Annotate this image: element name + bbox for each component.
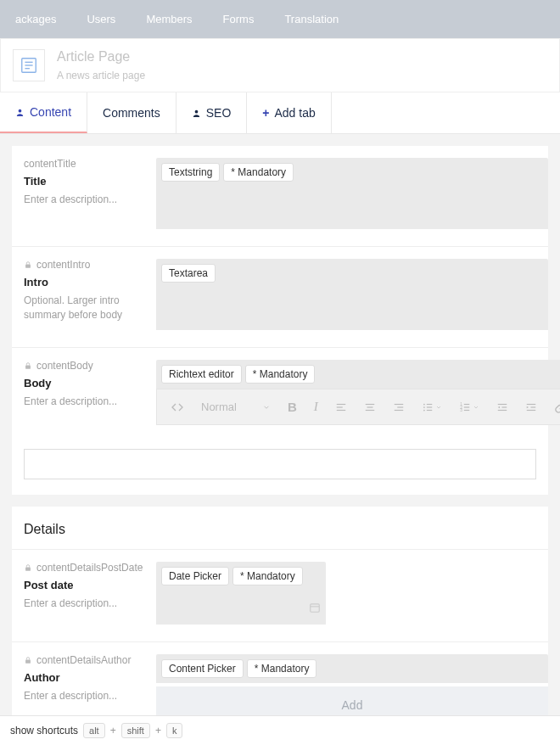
link-button[interactable]	[549, 397, 560, 417]
field-label[interactable]: Intro	[24, 276, 144, 288]
plus-sep: +	[155, 725, 161, 737]
details-panel: Details contentDetailsPostDate Post date…	[12, 507, 548, 745]
code-view-button[interactable]	[165, 397, 189, 417]
page-title[interactable]: Article Page	[57, 49, 145, 64]
calendar-icon[interactable]	[309, 602, 321, 613]
tab-content[interactable]: Content	[0, 92, 87, 133]
tabs: Content Comments SEO + Add tab	[0, 92, 560, 134]
lock-icon	[24, 361, 32, 370]
alias-text: contentBody	[36, 360, 93, 372]
field-desc[interactable]: Enter a description...	[24, 193, 144, 207]
tab-content-label: Content	[30, 105, 71, 119]
field-label[interactable]: Title	[24, 175, 144, 188]
align-left-button[interactable]	[330, 398, 352, 417]
svg-rect-7	[25, 366, 31, 369]
field-alias[interactable]: contentBody	[24, 360, 144, 372]
chevron-down-icon	[262, 403, 271, 412]
key-k: k	[166, 723, 183, 738]
svg-rect-35	[25, 568, 31, 571]
type-tag[interactable]: Date Picker	[161, 567, 229, 585]
doctype-icon	[13, 49, 45, 81]
plus-sep: +	[110, 725, 116, 737]
svg-point-5	[194, 109, 198, 113]
lock-icon	[24, 656, 32, 664]
title-input[interactable]	[156, 187, 548, 229]
mandatory-tag[interactable]: * Mandatory	[247, 659, 317, 678]
field-desc[interactable]: Enter a description...	[24, 689, 144, 703]
nav-forms[interactable]: Forms	[208, 13, 270, 25]
field-alias[interactable]: contentDetailsPostDate	[24, 562, 144, 574]
numbered-list-button[interactable]: 123	[454, 398, 484, 417]
nav-members[interactable]: Members	[131, 13, 207, 25]
svg-point-4	[19, 109, 22, 112]
nav-users[interactable]: Users	[71, 13, 131, 25]
svg-rect-38	[25, 660, 31, 664]
key-alt: alt	[83, 723, 105, 738]
field-label[interactable]: Post date	[24, 579, 144, 591]
svg-point-17	[423, 403, 425, 405]
italic-button[interactable]: I	[309, 396, 323, 417]
lock-icon	[24, 260, 32, 269]
section-details-title[interactable]: Details	[12, 507, 548, 550]
rte-toolbar: Normal B I 123	[156, 389, 560, 425]
alias-text: contentDetailsPostDate	[36, 562, 143, 574]
field-desc[interactable]: Enter a description...	[24, 597, 144, 611]
svg-rect-36	[311, 604, 320, 612]
tab-add-label: Add tab	[275, 106, 316, 120]
tab-seo[interactable]: SEO	[176, 92, 248, 133]
add-property-row	[24, 449, 536, 495]
field-type-row: Richtext editor * Mandatory	[156, 360, 560, 389]
field-postdate: contentDetailsPostDate Post date Enter a…	[12, 550, 548, 641]
tab-seo-label: SEO	[206, 106, 232, 120]
main-area: contentTitle Title Enter a description..…	[0, 134, 560, 745]
intro-input[interactable]	[156, 288, 548, 330]
type-tag[interactable]: Content Picker	[161, 659, 244, 678]
field-alias[interactable]: contentIntro	[24, 259, 144, 271]
align-right-button[interactable]	[388, 398, 410, 417]
bold-button[interactable]: B	[283, 396, 302, 417]
mandatory-tag[interactable]: * Mandatory	[223, 163, 294, 182]
field-type-row: Content Picker * Mandatory	[156, 654, 548, 683]
field-body: contentBody Body Enter a description... …	[12, 347, 548, 437]
top-nav: ackages Users Members Forms Translation	[0, 0, 560, 38]
indent-button[interactable]	[520, 398, 542, 417]
svg-rect-6	[25, 265, 31, 268]
type-tag[interactable]: Textarea	[161, 264, 216, 283]
format-select[interactable]: Normal	[196, 401, 276, 413]
permissions-icon	[15, 108, 25, 117]
nav-translation[interactable]: Translation	[269, 13, 354, 25]
field-title: contentTitle Title Enter a description..…	[12, 146, 548, 246]
type-tag[interactable]: Richtext editor	[161, 365, 242, 384]
field-type-row: Textarea	[156, 259, 548, 288]
outdent-button[interactable]	[491, 398, 513, 417]
field-intro: contentIntro Intro Optional. Larger intr…	[12, 246, 548, 347]
field-type-row: Date Picker * Mandatory	[156, 562, 326, 591]
tab-comments[interactable]: Comments	[87, 92, 176, 133]
field-alias[interactable]: contentTitle	[24, 158, 144, 170]
svg-text:3: 3	[460, 408, 462, 412]
type-tag[interactable]: Textstring	[161, 163, 220, 182]
align-center-button[interactable]	[359, 398, 381, 417]
page-header: Article Page A news article page	[0, 38, 560, 92]
nav-packages[interactable]: ackages	[0, 13, 71, 25]
mandatory-tag[interactable]: * Mandatory	[245, 365, 316, 384]
page-subtitle[interactable]: A news article page	[57, 70, 145, 81]
field-label[interactable]: Author	[24, 671, 144, 684]
tab-comments-label: Comments	[103, 106, 160, 120]
shortcut-label: show shortcuts	[10, 725, 78, 737]
plus-icon: +	[262, 106, 269, 120]
field-type-row: Textstring * Mandatory	[156, 158, 548, 187]
format-label: Normal	[201, 401, 237, 413]
field-desc[interactable]: Optional. Larger intro summary before bo…	[24, 294, 144, 322]
tab-add[interactable]: + Add tab	[247, 92, 331, 133]
shortcut-footer: show shortcuts alt + shift + k	[0, 715, 560, 745]
alias-text: contentDetailsAuthor	[36, 654, 131, 666]
mandatory-tag[interactable]: * Mandatory	[232, 567, 303, 585]
field-alias[interactable]: contentDetailsAuthor	[24, 654, 144, 666]
add-property-input[interactable]	[24, 449, 536, 479]
field-label[interactable]: Body	[24, 377, 144, 389]
field-desc[interactable]: Enter a description...	[24, 395, 144, 409]
date-input[interactable]	[156, 591, 326, 625]
alias-text: contentTitle	[24, 158, 76, 170]
bullet-list-button[interactable]	[417, 398, 447, 417]
